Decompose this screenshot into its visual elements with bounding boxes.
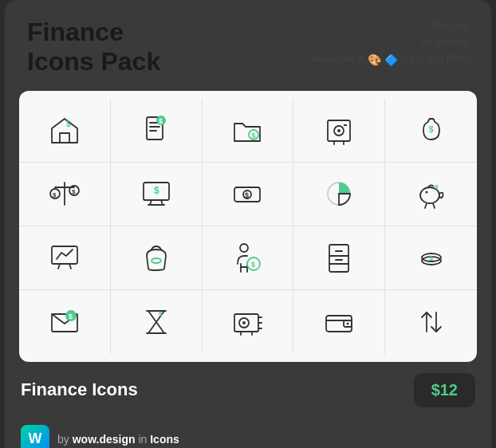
product-pack-title: Finance Icons Pack <box>27 18 160 77</box>
svg-text:$: $ <box>66 120 71 128</box>
svg-text:$: $ <box>429 254 433 262</box>
icon-count-row: 40 Icons <box>312 18 469 34</box>
svg-point-58 <box>242 321 246 324</box>
list-item <box>203 290 294 354</box>
svg-point-13 <box>337 129 341 132</box>
author-mid: in <box>138 433 147 446</box>
svg-text:$: $ <box>251 261 255 269</box>
bottom-bar: Finance Icons $12 <box>5 362 491 419</box>
svg-text:$: $ <box>159 310 163 317</box>
icon-preview-area: $ $ $ $ $$ $ <box>19 91 477 362</box>
list-item <box>111 226 203 290</box>
product-title: Finance Icons <box>21 379 138 400</box>
author-row: W by wow.design in Icons <box>5 419 491 448</box>
list-item: $ <box>19 99 111 163</box>
title-line1: Finance <box>27 18 124 46</box>
author-prefix: by <box>57 433 69 446</box>
svg-rect-56 <box>234 314 258 332</box>
list-item <box>293 290 385 354</box>
svg-point-39 <box>240 244 248 252</box>
svg-text:$: $ <box>159 117 163 125</box>
svg-text:$: $ <box>154 185 159 196</box>
author-category[interactable]: Icons <box>150 433 179 446</box>
list-item: $ <box>385 226 477 290</box>
available-formats-row: Available in 🎨 🔷 SVG and PNG <box>312 51 469 69</box>
list-item: $ <box>111 290 203 354</box>
sketch-icon: 🎨 <box>368 51 381 69</box>
available-label: Available in <box>312 51 364 68</box>
svg-text:$: $ <box>69 312 73 320</box>
svg-point-66 <box>347 322 349 324</box>
author-name[interactable]: wow.design <box>73 433 136 446</box>
title-line2: Icons Pack <box>27 47 160 76</box>
list-item: $ <box>203 99 294 163</box>
list-item <box>293 226 385 290</box>
icon-grid: $ $ $ $ $$ $ <box>19 99 477 354</box>
author-text: by wow.design in Icons <box>57 433 179 446</box>
svg-text:$: $ <box>245 191 249 199</box>
brand-logo: W <box>21 425 49 448</box>
svg-point-33 <box>425 191 427 194</box>
list-item <box>19 226 111 290</box>
list-item: $ <box>111 99 203 163</box>
card-header: Finance Icons Pack 40 Icons All Vectors … <box>5 0 491 91</box>
vector-type-row: All Vectors <box>312 34 469 51</box>
list-item: $ <box>111 163 203 226</box>
card-meta: 40 Icons All Vectors Available in 🎨 🔷 SV… <box>312 18 469 69</box>
svg-text:$: $ <box>72 188 76 195</box>
svg-point-38 <box>152 258 161 263</box>
list-item: $ <box>19 290 111 354</box>
list-item <box>293 99 385 163</box>
ai-icon: 🔷 <box>384 51 398 69</box>
brand-logo-letter: W <box>29 430 42 447</box>
list-item: $ <box>385 163 477 226</box>
product-card: Finance Icons Pack 40 Icons All Vectors … <box>5 0 491 448</box>
svg-text:$: $ <box>429 125 434 134</box>
list-item: $ <box>385 99 477 163</box>
svg-text:$: $ <box>252 132 256 140</box>
svg-text:$: $ <box>53 191 57 198</box>
list-item <box>385 290 477 354</box>
icon-count: 40 Icons <box>430 18 469 34</box>
svg-text:$: $ <box>435 183 439 191</box>
formats-label: SVG and PNG <box>401 51 469 68</box>
vector-type: All Vectors <box>420 34 469 51</box>
list-item: $ <box>203 163 294 226</box>
list-item <box>293 163 385 226</box>
price-badge[interactable]: $12 <box>414 373 475 407</box>
list-item: $ <box>203 226 294 290</box>
list-item: $$ <box>19 163 111 226</box>
svg-rect-42 <box>329 245 348 272</box>
